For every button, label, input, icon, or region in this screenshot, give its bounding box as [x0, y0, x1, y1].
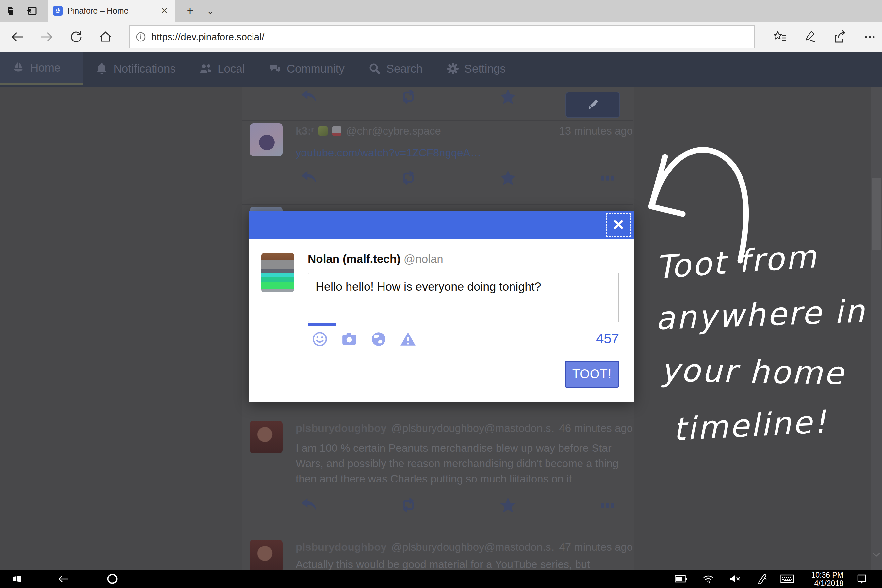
post-action-row — [242, 495, 633, 516]
dragon-emoji — [318, 126, 328, 136]
favorite-star-icon — [498, 495, 518, 515]
favorite-star-icon — [498, 168, 518, 188]
avatar — [250, 540, 283, 570]
floppy-disk-emoji — [332, 126, 341, 136]
pencil-icon — [586, 98, 600, 112]
reply-icon — [299, 495, 318, 515]
reply-icon — [299, 168, 318, 188]
nav-item-settings: Settings — [435, 52, 518, 85]
more-dots-icon — [598, 495, 617, 515]
boost-icon — [399, 168, 418, 188]
windows-ink-pen-icon[interactable] — [754, 572, 769, 585]
textarea-resize-bar — [308, 323, 336, 326]
emoji-picker-button[interactable] — [312, 331, 328, 347]
site-info-icon[interactable] — [135, 31, 147, 43]
tab-list-dropdown[interactable]: ⌄ — [202, 3, 219, 19]
battery-icon[interactable] — [674, 572, 688, 585]
volume-muted-icon[interactable] — [728, 572, 742, 585]
address-bar[interactable]: https://dev.pinafore.social/ — [129, 26, 754, 48]
clock-date: 4/1/2018 — [801, 579, 843, 588]
toot-button[interactable]: TOOT! — [565, 361, 619, 388]
nav-label: Notifications — [113, 62, 176, 75]
post-separator — [242, 526, 633, 527]
dialog-close-button[interactable]: ✕ — [606, 213, 631, 237]
post-separator — [242, 204, 633, 205]
tab-divider — [175, 4, 176, 18]
nav-item-local: Local — [188, 52, 257, 85]
browser-toolbar: https://dev.pinafore.social/ — [0, 21, 882, 52]
chat-bubbles-icon — [268, 62, 282, 75]
start-button[interactable] — [10, 572, 24, 585]
post-timestamp: 46 minutes ago — [559, 422, 633, 435]
more-dots-icon — [598, 168, 617, 188]
back-button[interactable] — [6, 26, 29, 48]
browser-tab-pinafore[interactable]: Pinafore – Home ✕ — [48, 0, 175, 21]
set-tabs-aside-icon[interactable] — [3, 3, 19, 18]
privacy-globe-button[interactable] — [370, 331, 387, 347]
content-warning-button[interactable] — [400, 331, 416, 347]
search-icon — [368, 62, 381, 75]
post-body: youtube.com/watch?v=1ZCF8ngqeA… — [296, 145, 619, 160]
nav-label: Community — [287, 62, 345, 75]
post-handle: @plsburydoughboy@mastodon.s… — [392, 422, 555, 435]
tab-close-icon[interactable]: ✕ — [158, 4, 171, 17]
nav-label: Search — [387, 62, 423, 75]
tab-preview-icon[interactable] — [24, 3, 40, 18]
windows-taskbar: 10:36 PM 4/1/2018 — [0, 570, 882, 588]
forward-button[interactable] — [35, 26, 58, 48]
post-header: plsburydoughboy @plsburydoughboy@mastodo… — [296, 541, 633, 554]
cortana-button[interactable] — [105, 572, 120, 585]
nav-item-notifications: Notifications — [83, 52, 188, 85]
users-icon — [199, 62, 212, 75]
taskbar-back-button[interactable] — [56, 572, 70, 585]
avatar — [250, 123, 283, 156]
pinafore-favicon — [53, 6, 63, 16]
compose-user-handle: @nolan — [404, 252, 443, 265]
taskbar-clock[interactable]: 10:36 PM 4/1/2018 — [801, 571, 843, 588]
wifi-icon[interactable] — [701, 572, 716, 585]
favorites-hub-icon[interactable] — [768, 26, 791, 48]
page-scrollbar-thumb — [872, 178, 881, 250]
home-button[interactable] — [94, 26, 117, 48]
browser-tab-bar: Pinafore – Home ✕ + ⌄ — [0, 0, 882, 21]
favorite-star-icon — [498, 87, 518, 106]
nav-label: Home — [30, 61, 60, 74]
post-header: plsburydoughboy @plsburydoughboy@mastodo… — [296, 422, 633, 435]
gear-icon — [446, 62, 459, 75]
more-options-icon[interactable] — [858, 26, 881, 48]
avatar — [250, 207, 283, 211]
avatar — [261, 253, 294, 292]
media-upload-button[interactable] — [341, 331, 357, 347]
refresh-button[interactable] — [64, 26, 87, 48]
reply-icon — [299, 87, 318, 106]
compose-dialog: ✕ Nolan (malf.tech) @nolan Hello hello! … — [249, 211, 634, 402]
post-timestamp: 13 minutes ago — [559, 125, 633, 137]
touch-keyboard-icon[interactable] — [780, 572, 795, 585]
nav-item-community: Community — [257, 52, 356, 85]
boost-icon — [399, 87, 418, 106]
post-handle: @chr@cybre.space — [346, 125, 441, 137]
ink-notes-icon[interactable] — [798, 26, 821, 48]
post-body: I am 100 % certain Peanuts merchandise b… — [296, 440, 619, 486]
tab-title: Pinafore – Home — [67, 6, 158, 16]
compose-user-name: Nolan (malf.tech) — [308, 252, 400, 265]
post-username: k3:ʳ — [296, 125, 314, 137]
page-scrollbar-track — [871, 87, 882, 570]
dialog-header — [249, 211, 634, 239]
share-icon[interactable] — [828, 26, 851, 48]
action-center-icon[interactable] — [855, 572, 869, 585]
post-action-row — [242, 168, 633, 189]
post-handle: @plsburydoughboy@mastodon.s… — [392, 541, 555, 554]
new-tab-button[interactable]: + — [182, 3, 199, 19]
pinafore-nav-bar: Home Notifications Local Community Searc… — [0, 52, 882, 87]
post-link: youtube.com/watch?v=1ZCF8ngqeA… — [296, 147, 481, 159]
bell-icon — [95, 62, 108, 75]
compose-textarea[interactable]: Hello hello! How is everyone doing tonig… — [308, 273, 619, 322]
compose-user: Nolan (malf.tech) @nolan — [308, 252, 443, 266]
clock-time: 10:36 PM — [801, 571, 843, 579]
nav-item-home: Home — [0, 52, 83, 85]
post-separator — [242, 120, 633, 121]
nav-label: Local — [218, 62, 245, 75]
scrollbar-down-arrow — [873, 552, 880, 557]
post-username: plsburydoughboy — [296, 541, 387, 554]
